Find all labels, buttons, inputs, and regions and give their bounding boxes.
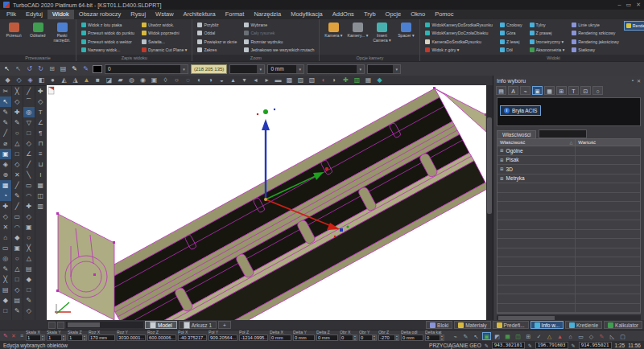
ribbon-rendering-zaawansowany[interactable]: Rendering zaawansowany: [624, 21, 644, 31]
tool-icon-2-18[interactable]: △: [12, 264, 23, 274]
ribbon-rendering-szkicowy[interactable]: Rendering szkicowy: [569, 29, 621, 37]
tool-icon-3-19[interactable]: ◆: [23, 274, 35, 285]
palette-tab-bloki[interactable]: Bloki: [426, 321, 452, 329]
tool-icon-2-1[interactable]: ╳: [12, 86, 23, 96]
snap-toggle-1[interactable]: ⌁: [451, 332, 460, 340]
expand-icon[interactable]: ⊞: [500, 148, 504, 153]
primitive-icon-30[interactable]: ◗: [329, 76, 340, 85]
tool-icon-2-13[interactable]: ▭: [12, 211, 23, 222]
ribbon-widok-poprzedni[interactable]: Widok poprzedni: [139, 29, 189, 37]
drawing-canvas[interactable]: [47, 85, 486, 320]
primitive-icon-23[interactable]: ◂: [250, 76, 261, 85]
ribbon-widok-z-góry[interactable]: Widok z góry ▾: [423, 46, 495, 54]
tool-icon-2-8[interactable]: ◇: [12, 159, 23, 170]
primitive-icon-24[interactable]: ▸: [262, 76, 272, 85]
primitive-icon-10[interactable]: ◪: [104, 76, 114, 85]
primitive-icon-2[interactable]: ◇: [14, 76, 24, 85]
ribbon-widok-z-lotu-ptaka[interactable]: Widok z lotu ptaka: [79, 21, 137, 29]
tool-icon-3-15[interactable]: ○: [23, 232, 35, 243]
tool-icon-3-16[interactable]: ╳: [23, 243, 35, 253]
tool-icon-2-19[interactable]: □: [12, 274, 23, 285]
primitive-icon-16[interactable]: ○: [171, 76, 182, 85]
pen-width-combo[interactable]: 0 mm▾: [267, 64, 304, 74]
add-sheet-button[interactable]: +: [218, 321, 231, 329]
tool-icon-2-12[interactable]: ╱: [12, 201, 23, 211]
frame-icon[interactable]: ⊡: [580, 86, 591, 95]
tool-icon-1-5[interactable]: ╱: [0, 128, 11, 138]
tool-icon-3-12[interactable]: ✚: [23, 201, 35, 211]
ribbon-aksonometria[interactable]: Aksonometria ▾: [527, 46, 568, 54]
tool-icon-4-4[interactable]: ∠: [35, 117, 47, 128]
ribbon-paski-narzędzi[interactable]: Paski narzędzi.: [51, 21, 73, 54]
ribbon-odśwież[interactable]: Odśwież: [27, 21, 49, 54]
property-group-row-metryka[interactable]: ⊞Metryka: [497, 174, 640, 184]
table-icon[interactable]: ⊞: [47, 64, 56, 74]
ribbon-cały-rysunek[interactable]: Cały rysunek: [242, 29, 316, 37]
primitive-icon-25[interactable]: ▬: [273, 76, 283, 85]
primitive-icon-11[interactable]: ▰: [115, 76, 126, 85]
primitive-icon-26[interactable]: ▩: [284, 76, 295, 85]
text-icon[interactable]: T: [568, 86, 579, 95]
images-icon[interactable]: ▦: [544, 86, 555, 95]
tool-icon-3-18[interactable]: ▤: [23, 264, 35, 274]
primitive-icon-4[interactable]: ◧: [36, 76, 47, 85]
snap-toggle-15[interactable]: ✎: [597, 332, 606, 340]
options-icon[interactable]: ≡: [18, 333, 26, 339]
column-header-property[interactable]: Właściwość: [500, 140, 525, 145]
snap-toggle-4[interactable]: ▣: [482, 332, 491, 340]
palette-tab-predefi[interactable]: Predefi...: [493, 321, 529, 329]
property-group-row-ogólne[interactable]: ⊞Ogólne: [497, 146, 640, 156]
filter-input[interactable]: [539, 129, 587, 138]
ribbon-z-lewej[interactable]: Z lewej: [497, 38, 525, 46]
menu-narzędzia[interactable]: Narzędzia: [249, 10, 286, 19]
pin-icon[interactable]: ▪: [632, 78, 634, 84]
tool-icon-2-2[interactable]: ◇: [12, 96, 23, 107]
tool-icon-1-13[interactable]: ◇: [0, 211, 11, 222]
menu-obszar-roboczy[interactable]: Obszar roboczy: [74, 10, 126, 19]
ribbon-rozmiar-wydruku[interactable]: Rozmiar wydruku: [242, 38, 316, 46]
tool-icon-2-7[interactable]: □: [12, 149, 23, 159]
snap-toggle-8[interactable]: ⊞: [524, 332, 533, 340]
tool-icon-3-3[interactable]: ◎: [23, 107, 35, 117]
sheet-tab-arkusz-1[interactable]: Arkusz 1: [179, 321, 217, 329]
tool-icon-3-21[interactable]: ✎: [23, 295, 35, 306]
ribbon-widokkamerydoczołaobiektu[interactable]: WidokKameryDoCzołaObiektu: [423, 29, 495, 37]
expand-icon[interactable]: ⊞: [500, 176, 504, 181]
ribbon-góra[interactable]: Góra: [497, 29, 525, 37]
tool-icon-4-8[interactable]: ⊔: [35, 159, 47, 170]
ribbon-oddal[interactable]: Oddal: [195, 29, 239, 37]
ribbon-przesuń[interactable]: Przesuń: [2, 21, 25, 54]
ribbon-światła[interactable]: Światła...: [139, 38, 189, 46]
tool-icon-1-1[interactable]: ✂: [0, 86, 11, 96]
primitive-icon-22[interactable]: ▾: [239, 76, 250, 85]
select-cursor-icon[interactable]: ↖: [2, 64, 11, 74]
menu-addons[interactable]: AddOns: [328, 10, 359, 19]
chevron-down-icon[interactable]: ▾: [296, 65, 303, 73]
ribbon-wybrane[interactable]: Wybrane: [242, 21, 316, 29]
ribbon-widokkamerydośrodkarysunku[interactable]: WidokKameryDoŚrodkaRysunku: [423, 21, 495, 29]
menu-okno[interactable]: Okno: [406, 10, 430, 19]
tool-icon-1-15[interactable]: ⌂: [0, 232, 11, 243]
snap-toggle-13[interactable]: ▭: [576, 332, 585, 340]
tool-icon-2-21[interactable]: ▤: [12, 295, 23, 306]
pattern-combo[interactable]: ▾: [367, 64, 401, 74]
snap-toggle-10[interactable]: △: [545, 332, 554, 340]
menu-widok[interactable]: Widok: [47, 10, 74, 19]
tool-icon-1-9[interactable]: ⊕: [0, 170, 11, 180]
tool-icon-3-11[interactable]: ◠: [23, 191, 35, 201]
select-open-icon[interactable]: ↖: [14, 64, 23, 74]
tool-icon-2-3[interactable]: ✚: [12, 107, 23, 117]
coord-x-field[interactable]: 943.302101: [492, 342, 525, 349]
tool-icon-2-16[interactable]: ▣: [12, 243, 23, 253]
tool-icon-2-14[interactable]: ◠: [12, 222, 23, 232]
snap-toggle-2[interactable]: ✎: [461, 332, 470, 340]
tool-icon-1-12[interactable]: ✚: [0, 201, 11, 211]
palette-tab-kreślenie[interactable]: Kreślenie: [565, 321, 602, 329]
snap-toggle-9[interactable]: ✓: [535, 332, 543, 340]
snap-toggle-16[interactable]: ◺: [608, 332, 617, 340]
maximize-button[interactable]: ▭: [626, 2, 632, 8]
tool-icon-4-1[interactable]: ✚: [35, 86, 47, 96]
expand-icon[interactable]: ⊞: [500, 166, 504, 171]
expand-icon[interactable]: ⊞: [500, 158, 504, 162]
format-icon[interactable]: ▤: [496, 86, 506, 95]
